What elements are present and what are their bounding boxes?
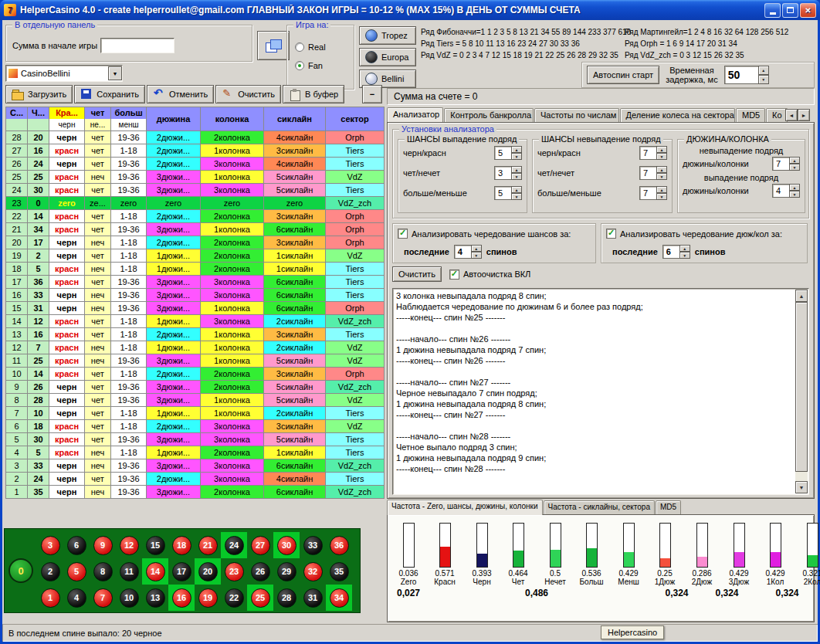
spinner-down-button[interactable]: ▼	[758, 75, 769, 84]
spinner-down-button[interactable]: ▼	[656, 193, 667, 200]
roulette-number-24[interactable]: 24	[221, 532, 247, 558]
roulette-number-18[interactable]: 18	[168, 532, 195, 558]
tab-6[interactable]: Ко	[766, 108, 788, 122]
alt-dozens-checkbox[interactable]: Анализировать чередование дюж/кол за:	[606, 229, 782, 239]
roulette-number-7[interactable]: 7	[90, 585, 116, 611]
spinner-down-button[interactable]: ▼	[656, 153, 667, 160]
roulette-number-29[interactable]: 29	[273, 558, 300, 585]
tab-1[interactable]: Частота - Zero, шансы, дюжины, колонки	[387, 500, 543, 515]
delay-spinner[interactable]: 50 ▲ ▼	[724, 66, 769, 84]
number-spinner[interactable]: 4▲▼	[772, 184, 800, 198]
roulette-number-12[interactable]: 12	[116, 532, 142, 558]
spinner-down-button[interactable]: ▼	[656, 173, 667, 180]
table-row[interactable]: 618краснчет1-182дюжи...3колонка3сиклайнV…	[6, 420, 385, 433]
tab-2[interactable]: Частота - сиклайны, сектора	[544, 500, 655, 514]
start-sum-input[interactable]	[100, 38, 175, 53]
roulette-number-13[interactable]: 13	[142, 585, 168, 611]
tab-3[interactable]: MD5	[656, 500, 681, 514]
minimize-button[interactable]	[764, 3, 781, 18]
tab-5[interactable]: MD5	[736, 108, 765, 122]
roulette-number-1[interactable]: 1	[37, 585, 63, 611]
spinner-down-button[interactable]: ▼	[511, 193, 522, 200]
toolbar-button-open-folder[interactable]: Загрузить	[5, 85, 73, 103]
table-row[interactable]: 828чернчет19-363дюжи...1колонка5сиклайнV…	[6, 394, 385, 407]
roulette-number-11[interactable]: 11	[116, 558, 142, 585]
radio-real[interactable]: Real	[295, 42, 326, 52]
spinner-up-button[interactable]: ▲	[758, 66, 769, 75]
spinner-down-button[interactable]: ▼	[679, 252, 690, 259]
scroll-down-button[interactable]: ▼	[795, 481, 808, 493]
table-row[interactable]: 1014краснчет1-182дюжи...2колонка3сиклайн…	[6, 368, 385, 381]
table-row[interactable]: 530краснчет19-363дюжи...3колонка5сиклайн…	[6, 433, 385, 446]
radio-fan[interactable]: Fan	[295, 61, 323, 70]
spinner-down-button[interactable]: ▼	[789, 191, 800, 198]
table-row[interactable]: 2430краснчет19-363дюжи...3колонка5сиклай…	[6, 184, 385, 197]
log-area[interactable]: 3 колонка невыпадала подряд 8 спин;Наблю…	[392, 288, 809, 495]
spinner-down-button[interactable]: ▼	[471, 252, 482, 259]
spinner-up-button[interactable]: ▲	[679, 245, 690, 252]
table-row[interactable]: 2716краснчет1-182дюжи...1колонка3сиклайн…	[6, 144, 385, 158]
tab-scroll-left[interactable]: ◄	[785, 109, 798, 121]
roulette-number-17[interactable]: 17	[168, 558, 195, 585]
tab-4[interactable]: Деление колеса на сектора	[620, 108, 735, 122]
table-row[interactable]: 2820чернчет19-362дюжи...2колонка4сиклайн…	[6, 131, 385, 144]
spinner-up-button[interactable]: ▲	[471, 245, 482, 252]
spinner-up-button[interactable]: ▲	[511, 166, 522, 173]
collapse-button[interactable]: −	[362, 85, 382, 103]
table-row[interactable]: 2525красннеч19-363дюжи...1колонка5сиклай…	[6, 171, 385, 184]
tab-scroll-right[interactable]: ►	[798, 109, 810, 121]
toolbar-button-clipboard[interactable]: В буфер	[283, 85, 344, 103]
toolbar-button-save[interactable]: Сохранить	[74, 85, 145, 103]
roulette-number-31[interactable]: 31	[300, 585, 326, 611]
tab-1[interactable]: Анализатор	[387, 107, 443, 122]
roulette-number-14[interactable]: 14	[142, 558, 168, 585]
alt-chances-checkbox[interactable]: Анализировать чередование шансов за:	[398, 229, 571, 239]
roulette-number-27[interactable]: 27	[247, 532, 273, 558]
toolbar-button-undo[interactable]: Отменить	[147, 85, 214, 103]
combo-dropdown-button[interactable]: ▼	[108, 66, 122, 80]
roulette-number-15[interactable]: 15	[142, 532, 168, 558]
table-row[interactable]: 1412краснчет1-181дюжи...3колонка2сиклайн…	[6, 315, 385, 328]
log-scrollbar[interactable]: ▲ ▼	[795, 290, 808, 493]
clear-log-button[interactable]: Очистить	[392, 266, 442, 282]
roulette-number-19[interactable]: 19	[195, 585, 221, 611]
number-spinner[interactable]: 5▲▼	[494, 186, 522, 200]
table-row[interactable]: 2214краснчет1-182дюжи...2колонка3сиклайн…	[6, 210, 385, 223]
table-row[interactable]: 1736краснчет19-363дюжи...3колонка6сиклай…	[6, 276, 385, 289]
casino-button-tropez[interactable]: Tropez	[359, 26, 416, 45]
scroll-up-button[interactable]: ▲	[795, 290, 808, 302]
table-row[interactable]: 185красннеч1-181дюжи...2колонка1сиклайнT…	[6, 263, 385, 276]
roulette-number-9[interactable]: 9	[90, 532, 116, 558]
roulette-number-0[interactable]: 0	[8, 558, 33, 583]
table-row[interactable]: 135черннеч19-363дюжи...2колонка6сиклайнV…	[6, 486, 385, 499]
number-spinner[interactable]: 4▲▼	[454, 245, 482, 259]
roulette-number-5[interactable]: 5	[63, 558, 90, 585]
table-row[interactable]: 45красннеч1-181дюжи...2колонка1сиклайнTi…	[6, 446, 385, 459]
number-spinner[interactable]: 5▲▼	[494, 146, 522, 160]
table-row[interactable]: 2017черннеч1-182дюжи...2колонка3сиклайнO…	[6, 236, 385, 249]
spinner-down-button[interactable]: ▼	[511, 173, 522, 180]
spinner-up-button[interactable]: ▲	[656, 166, 667, 173]
table-row[interactable]: 333черннеч19-363дюжи...3колонка6сиклайнV…	[6, 459, 385, 473]
roulette-number-3[interactable]: 3	[37, 532, 63, 558]
table-row[interactable]: 224чернчет19-362дюжи...3колонка4сиклайнT…	[6, 473, 385, 486]
spinner-down-button[interactable]: ▼	[789, 164, 800, 171]
roulette-number-20[interactable]: 20	[195, 558, 221, 585]
roulette-number-32[interactable]: 32	[300, 558, 326, 585]
table-row[interactable]: 230zeroze...zerozerozerozeroVdZ_zch	[6, 197, 385, 210]
roulette-number-28[interactable]: 28	[273, 585, 300, 611]
roulette-number-35[interactable]: 35	[326, 558, 352, 585]
roulette-number-6[interactable]: 6	[63, 532, 90, 558]
table-row[interactable]: 1316краснчет1-182дюжи...1колонка3сиклайн…	[6, 328, 385, 341]
roulette-number-4[interactable]: 4	[63, 585, 90, 611]
roulette-number-26[interactable]: 26	[247, 558, 273, 585]
spinner-up-button[interactable]: ▲	[656, 186, 667, 193]
spinner-down-button[interactable]: ▼	[511, 153, 522, 160]
roulette-number-34[interactable]: 34	[326, 585, 352, 611]
scrollbar-thumb[interactable]	[795, 302, 808, 472]
spinner-up-button[interactable]: ▲	[656, 146, 667, 153]
table-row[interactable]: 1633черннеч19-363дюжи...3колонка6сиклайн…	[6, 289, 385, 302]
number-spinner[interactable]: 3▲▼	[494, 166, 522, 180]
table-row[interactable]: 926чернчет19-363дюжи...2колонка5сиклайнV…	[6, 381, 385, 394]
roulette-number-16[interactable]: 16	[168, 585, 195, 611]
